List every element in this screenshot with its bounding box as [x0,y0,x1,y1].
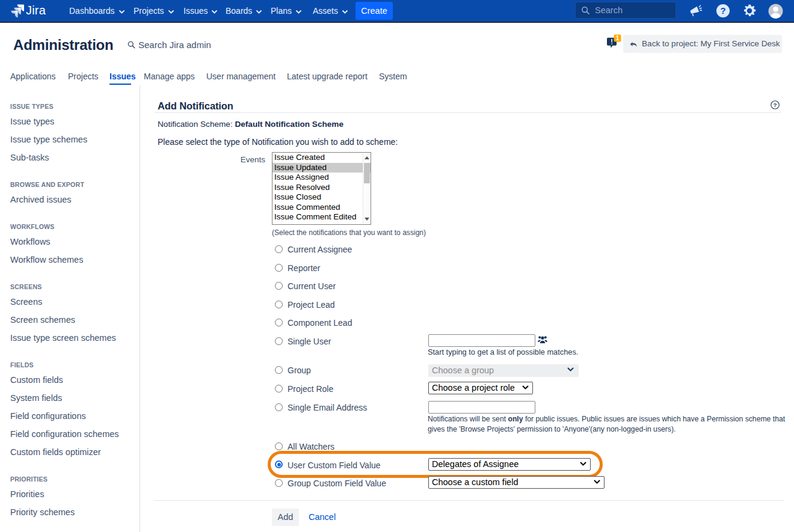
svg-text:1: 1 [616,35,620,41]
svg-text:?: ? [720,5,725,16]
svg-text:?: ? [773,102,777,108]
